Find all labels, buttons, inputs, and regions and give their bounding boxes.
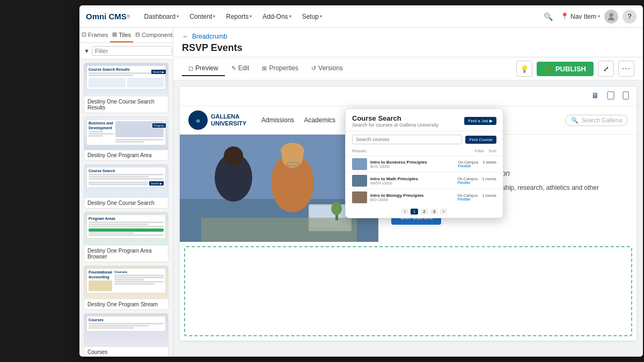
pagination-next[interactable]: › — [440, 209, 447, 215]
item-label: Destiny One Program Area — [84, 150, 168, 160]
cs-result-link[interactable]: Flexible — [458, 164, 496, 168]
list-item[interactable]: Business and Development — [84, 116, 169, 161]
svg-point-12 — [281, 143, 304, 159]
cs-result-sub: BIO 10000 — [370, 198, 454, 202]
site-search-icon: 🔍 — [571, 117, 579, 124]
svg-rect-15 — [201, 218, 357, 242]
nav-location[interactable]: 📍 Nav Item ▾ — [560, 12, 600, 20]
item-preview: Courses — [84, 314, 168, 347]
preview-area: 🖥 G GALLEN — [173, 80, 643, 357]
svg-point-17 — [331, 202, 342, 215]
list-item[interactable]: Course Search Results Search ▶ Destiny O… — [84, 63, 169, 113]
edit-icon: ✎ — [231, 65, 236, 72]
drop-zone[interactable] — [184, 246, 632, 336]
list-item[interactable]: Program Areas Destiny One Program Area B… — [84, 212, 169, 262]
expand-button[interactable]: ⤢ — [598, 61, 614, 77]
list-item[interactable]: Courses Courses — [84, 313, 169, 357]
cs-search-row: Find Course — [346, 131, 503, 147]
tab-tiles[interactable]: ⊞ Tiles — [110, 28, 133, 42]
nav-setup-chevron: ▾ — [320, 14, 322, 19]
cs-search-input[interactable] — [352, 135, 462, 144]
cs-search-button[interactable]: Find Course — [465, 136, 496, 144]
item-preview: Program Areas — [84, 212, 168, 246]
nav-addons-chevron: ▾ — [289, 14, 291, 19]
tab-versions[interactable]: ↺ Versions — [305, 61, 349, 76]
cs-header: Course Search Search for courses at Gall… — [346, 109, 503, 131]
tab-preview[interactable]: ◻ Preview — [182, 61, 225, 76]
pagination-prev[interactable]: ‹ — [401, 209, 408, 215]
breadcrumb[interactable]: Breadcrumb — [192, 33, 227, 40]
versions-icon: ↺ — [311, 65, 316, 72]
user-avatar[interactable] — [604, 10, 618, 24]
nav-location-chevron: ▾ — [598, 14, 600, 19]
sidebar-tabs: ⊡ Frames ⊞ Tiles ⊟ Components — [79, 28, 173, 43]
item-label: Destiny One Program Stream — [84, 299, 168, 309]
publish-button[interactable]: 🌿 PUBLISH — [537, 62, 594, 76]
preview-icon: ◻ — [188, 65, 193, 72]
breadcrumb-row: ← Breadcrumb — [182, 32, 634, 40]
content-area: ⊡ Frames ⊞ Tiles ⊟ Components ▼ ⊞ — [79, 28, 643, 357]
tab-frames[interactable]: ⊡ Frames — [79, 28, 110, 42]
site-nav-admissions[interactable]: Admissions — [261, 116, 294, 124]
tab-components[interactable]: ⊟ Components — [133, 28, 173, 42]
cs-card-title: Course Search — [352, 114, 438, 122]
cs-result-sub: MATH 10000 — [370, 181, 454, 185]
cs-result-row: Intro to Math Principles MATH 10000 On-C… — [346, 172, 503, 189]
nav-dashboard[interactable]: Dashboard ▾ — [141, 11, 182, 23]
tablet-view-button[interactable] — [604, 90, 617, 102]
mobile-view-button[interactable] — [620, 90, 631, 102]
tab-properties[interactable]: ⊞ Properties — [255, 61, 305, 76]
item-preview: Business and Development — [84, 117, 168, 150]
nav-content[interactable]: Content ▾ — [186, 11, 218, 23]
desktop-view-button[interactable]: 🖥 — [589, 90, 601, 102]
svg-point-9 — [224, 146, 243, 166]
main-window: Omni CMS ® Dashboard ▾ Content ▾ Reports… — [79, 5, 643, 357]
svg-rect-1 — [608, 92, 614, 99]
site-search[interactable]: 🔍 Search Gallena — [565, 115, 628, 126]
nav-reports[interactable]: Reports ▾ — [223, 11, 255, 23]
page-header: ← Breadcrumb RSVP Events — [173, 28, 643, 57]
app-name: Omni CMS — [86, 12, 127, 21]
cs-result-link[interactable]: Flexible — [457, 181, 496, 184]
nav-setup[interactable]: Setup ▾ — [299, 11, 325, 23]
toolbar-right: 💡 🌿 PUBLISH ⤢ ··· — [516, 61, 634, 77]
site-search-placeholder: Search Gallena — [581, 117, 622, 123]
item-label: Courses — [84, 347, 168, 357]
site-nav-academics[interactable]: Academics — [304, 116, 335, 124]
item-label: Destiny One Program Area Browser — [84, 246, 168, 262]
svg-point-0 — [610, 13, 613, 17]
svg-rect-2 — [623, 92, 628, 99]
filter-input[interactable] — [92, 46, 172, 56]
main-content: ← Breadcrumb RSVP Events ◻ Preview ✎ Edi… — [173, 28, 643, 357]
item-label: Destiny One Course Search Results — [84, 97, 168, 113]
list-item[interactable]: Course Search Search ▶ Destiny One Cours… — [84, 164, 169, 209]
item-preview: Foundational Accounting Courses — [84, 266, 168, 299]
list-item[interactable]: Foundational Accounting Courses — [84, 265, 169, 310]
cs-header-button[interactable]: Find a Job ▶ — [464, 117, 496, 125]
cs-result-link[interactable]: Flexible — [457, 197, 496, 201]
tiles-icon: ⊞ — [112, 31, 117, 38]
page-toolbar: ◻ Preview ✎ Edit ⊞ Properties ↺ Versions — [173, 57, 643, 80]
sidebar-filter-row: ▼ ⊞ — [79, 43, 173, 60]
search-icon[interactable]: 🔍 — [541, 9, 556, 24]
pagination-page-2[interactable]: 2 — [420, 209, 428, 215]
device-controls: 🖥 — [180, 87, 636, 106]
trademark: ® — [127, 14, 130, 19]
pagination-page-1[interactable]: 1 — [411, 209, 418, 215]
back-button[interactable]: ← — [182, 32, 189, 40]
item-label: Destiny One Course Search — [84, 198, 168, 208]
svg-text:G: G — [196, 119, 200, 123]
lightbulb-button[interactable]: 💡 — [516, 61, 532, 77]
cs-pagination: ‹ 1 2 3 › — [346, 205, 503, 218]
nav-dashboard-chevron: ▾ — [177, 14, 179, 19]
page-title: RSVP Events — [182, 42, 634, 54]
tab-edit[interactable]: ✎ Edit — [225, 61, 256, 76]
cs-result-title: Intro to Math Principles — [370, 176, 454, 181]
properties-icon: ⊞ — [262, 65, 267, 72]
tabs-row: ◻ Preview ✎ Edit ⊞ Properties ↺ Versions — [182, 61, 516, 76]
pagination-page-3[interactable]: 3 — [430, 209, 438, 215]
help-button[interactable]: ? — [623, 10, 636, 24]
site-logo: G GALLENAUNIVERSITY — [188, 110, 246, 130]
more-button[interactable]: ··· — [618, 61, 634, 77]
nav-addons[interactable]: Add-Ons ▾ — [259, 11, 294, 23]
